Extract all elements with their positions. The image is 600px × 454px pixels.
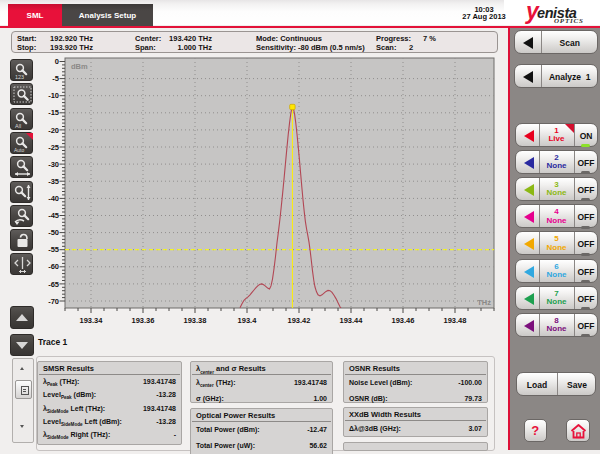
svg-text:-55: -55 xyxy=(48,245,59,254)
svg-text:-45: -45 xyxy=(48,211,59,220)
svg-text:193.34: 193.34 xyxy=(80,316,104,325)
svg-text:-50: -50 xyxy=(48,228,59,237)
svg-text:193.38: 193.38 xyxy=(184,316,207,325)
svg-text:THz: THz xyxy=(477,298,491,307)
svg-text:-25: -25 xyxy=(48,143,59,152)
svg-text:-20: -20 xyxy=(48,126,59,135)
svg-text:-10: -10 xyxy=(48,91,59,100)
svg-text:dBm: dBm xyxy=(71,62,88,71)
svg-text:-70: -70 xyxy=(48,297,59,306)
svg-text:193.42: 193.42 xyxy=(288,316,311,325)
svg-text:-60: -60 xyxy=(48,262,59,271)
svg-text:-35: -35 xyxy=(48,177,59,186)
svg-text:0: 0 xyxy=(55,57,59,66)
svg-text:-65: -65 xyxy=(48,280,59,289)
svg-text:-5: -5 xyxy=(52,74,59,83)
svg-text:-15: -15 xyxy=(48,108,59,117)
svg-text:193.44: 193.44 xyxy=(340,316,364,325)
svg-text:193.36: 193.36 xyxy=(132,316,155,325)
svg-text:-30: -30 xyxy=(48,160,59,169)
svg-text:193.46: 193.46 xyxy=(392,316,415,325)
svg-text:193.48: 193.48 xyxy=(444,316,467,325)
svg-text:-40: -40 xyxy=(48,194,59,203)
svg-text:193.4: 193.4 xyxy=(238,316,258,325)
